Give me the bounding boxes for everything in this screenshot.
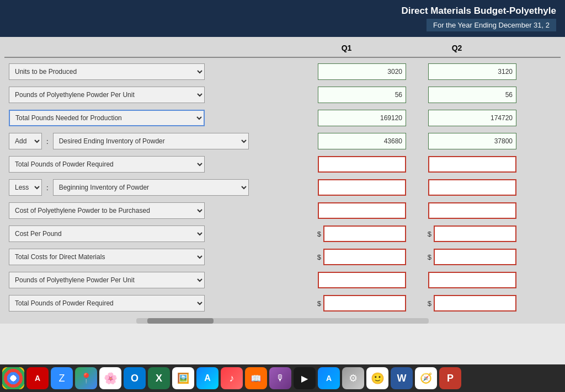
input-q1-total-pounds-required-2[interactable]	[323, 295, 406, 312]
select-beginning-inventory[interactable]: Beginning Inventory of Powder	[53, 179, 249, 196]
input-q1-pounds-per-unit[interactable]	[318, 87, 406, 103]
q1-pounds-per-unit	[296, 87, 406, 103]
scrollbar-track[interactable]	[136, 318, 429, 324]
taskbar-podcast[interactable]: 🎙	[269, 367, 291, 389]
taskbar-syspref[interactable]: ⚙	[342, 367, 364, 389]
q2-total-pounds-required	[406, 156, 516, 173]
q1-units-produced	[296, 63, 406, 80]
col-q1-header: Q1	[291, 44, 402, 52]
select-total-costs-direct[interactable]: Total Costs for Direct Materials	[9, 249, 205, 265]
select-desired-ending-inventory[interactable]: Desired Ending Inventory of Powder	[53, 133, 249, 149]
taskbar-excel[interactable]: X	[148, 367, 170, 389]
label-total-pounds-required-2: Total Pounds of Powder Required	[9, 295, 296, 312]
input-q2-pounds-per-unit[interactable]	[428, 87, 516, 103]
column-headers: Q1 Q2	[4, 37, 561, 58]
header-title: Direct Materials Budget-Polyethyle	[9, 6, 556, 17]
input-q2-total-costs-direct[interactable]	[434, 249, 516, 265]
q1-beginning-inventory	[296, 179, 406, 196]
taskbar-acrobat[interactable]: A	[26, 367, 49, 389]
input-q2-total-pounds-required-2[interactable]	[434, 295, 516, 312]
input-q1-total-pounds-production[interactable]	[318, 110, 406, 126]
q2-total-pounds-required-2: $	[406, 295, 516, 312]
taskbar-gphotos[interactable]: 🖼️	[172, 367, 194, 389]
q1-cost-per-pound: $	[296, 225, 406, 242]
select-add-less-1[interactable]: Add Less	[9, 133, 42, 149]
select-pounds-per-unit-2[interactable]: Pounds of Polyethylene Powder Per Unit	[9, 272, 205, 288]
q2-total-pounds-production	[406, 110, 516, 126]
taskbar-word[interactable]: W	[391, 367, 413, 389]
dollar-q1-total-pounds-2: $	[317, 299, 321, 308]
taskbar-chrome[interactable]	[2, 367, 24, 389]
colon-2: :	[46, 184, 49, 192]
colon-1: :	[46, 137, 49, 146]
input-q2-pounds-per-unit-2[interactable]	[428, 272, 516, 288]
taskbar-maps[interactable]: 📍	[75, 367, 97, 389]
taskbar: A Z 📍 🌸 O X 🖼️ A ♪ 📖 🎙 ▶ A ⚙ 🙂 W 🧭 P	[0, 364, 565, 392]
row-units-produced: Units to be Produced	[4, 60, 561, 83]
q2-desired-ending-inventory	[406, 133, 516, 149]
input-q1-beginning-inventory[interactable]	[318, 179, 406, 196]
select-cost-per-pound[interactable]: Cost Per Pound	[9, 225, 205, 242]
q2-pounds-per-unit-2	[406, 272, 516, 288]
row-total-pounds-required-2: Total Pounds of Powder Required $ $	[4, 292, 561, 315]
row-total-pounds-production: Total Pounds Needed for Production	[4, 106, 561, 130]
dollar-q1-cost-per-pound: $	[317, 230, 321, 238]
label-total-pounds-required: Total Pounds of Powder Required	[9, 156, 296, 173]
input-q2-beginning-inventory[interactable]	[428, 179, 516, 196]
input-q2-cost-polyethylene[interactable]	[428, 202, 516, 219]
input-q1-units-produced[interactable]	[318, 63, 406, 80]
label-total-costs-direct: Total Costs for Direct Materials	[9, 249, 296, 265]
content-area: Q1 Q2 Units to be Produced Pounds of Pol…	[0, 37, 565, 324]
label-total-pounds-production: Total Pounds Needed for Production	[9, 110, 296, 126]
label-cost-polyethylene: Cost of Polyethylene Powder to be Purcha…	[9, 202, 296, 219]
q1-pounds-per-unit-2	[296, 272, 406, 288]
input-q1-pounds-per-unit-2[interactable]	[318, 272, 406, 288]
taskbar-appstore[interactable]: A	[196, 367, 218, 389]
input-q2-total-pounds-required[interactable]	[428, 156, 516, 173]
select-units-produced[interactable]: Units to be Produced	[9, 63, 205, 80]
taskbar-appstore2[interactable]: A	[318, 367, 340, 389]
select-total-pounds-required[interactable]: Total Pounds of Powder Required	[9, 156, 205, 173]
taskbar-appletv[interactable]: ▶	[294, 367, 316, 389]
input-q1-cost-per-pound[interactable]	[323, 225, 406, 242]
scrollbar-area	[9, 318, 556, 324]
taskbar-itunes[interactable]: ♪	[221, 367, 243, 389]
taskbar-photos[interactable]: 🌸	[99, 367, 121, 389]
q2-cost-per-pound: $	[406, 225, 516, 242]
q2-cost-polyethylene	[406, 202, 516, 219]
header: Direct Materials Budget-Polyethyle For t…	[0, 0, 565, 37]
select-add-less-2[interactable]: Less Add	[9, 179, 42, 196]
taskbar-books[interactable]: 📖	[245, 367, 267, 389]
dollar-q1-total-costs: $	[317, 253, 321, 261]
q1-total-costs-direct: $	[296, 249, 406, 265]
row-desired-ending-inventory: Add Less : Desired Ending Inventory of P…	[4, 130, 561, 153]
input-q1-total-costs-direct[interactable]	[323, 249, 406, 265]
input-q2-desired-ending-inventory[interactable]	[428, 133, 516, 149]
row-cost-per-pound: Cost Per Pound $ $	[4, 222, 561, 245]
taskbar-ppt[interactable]: P	[439, 367, 461, 389]
input-q2-cost-per-pound[interactable]	[434, 225, 516, 242]
dollar-q2-total-costs: $	[428, 253, 431, 261]
taskbar-safari[interactable]: 🧭	[415, 367, 437, 389]
row-beginning-inventory: Less Add : Beginning Inventory of Powder	[4, 176, 561, 199]
select-pounds-per-unit[interactable]: Pounds of Polyethylene Powder Per Unit	[9, 87, 205, 103]
input-q1-cost-polyethylene[interactable]	[318, 202, 406, 219]
taskbar-finder[interactable]: 🙂	[366, 367, 388, 389]
select-cost-polyethylene[interactable]: Cost of Polyethylene Powder to be Purcha…	[9, 202, 205, 219]
input-q2-units-produced[interactable]	[428, 63, 516, 80]
select-total-pounds-production[interactable]: Total Pounds Needed for Production	[9, 110, 205, 126]
scrollbar-thumb[interactable]	[147, 318, 214, 324]
select-total-pounds-required-2[interactable]: Total Pounds of Powder Required	[9, 295, 205, 312]
q1-desired-ending-inventory	[296, 133, 406, 149]
q2-pounds-per-unit	[406, 87, 516, 103]
q1-cost-polyethylene	[296, 202, 406, 219]
row-pounds-per-unit-2: Pounds of Polyethylene Powder Per Unit	[4, 269, 561, 292]
row-total-pounds-required: Total Pounds of Powder Required	[4, 153, 561, 176]
taskbar-outlook[interactable]: O	[124, 367, 146, 389]
input-q1-desired-ending-inventory[interactable]	[318, 133, 406, 149]
label-cost-per-pound: Cost Per Pound	[9, 225, 296, 242]
input-q2-total-pounds-production[interactable]	[428, 110, 516, 126]
q2-beginning-inventory	[406, 179, 516, 196]
taskbar-zoom[interactable]: Z	[51, 367, 73, 389]
input-q1-total-pounds-required[interactable]	[318, 156, 406, 173]
